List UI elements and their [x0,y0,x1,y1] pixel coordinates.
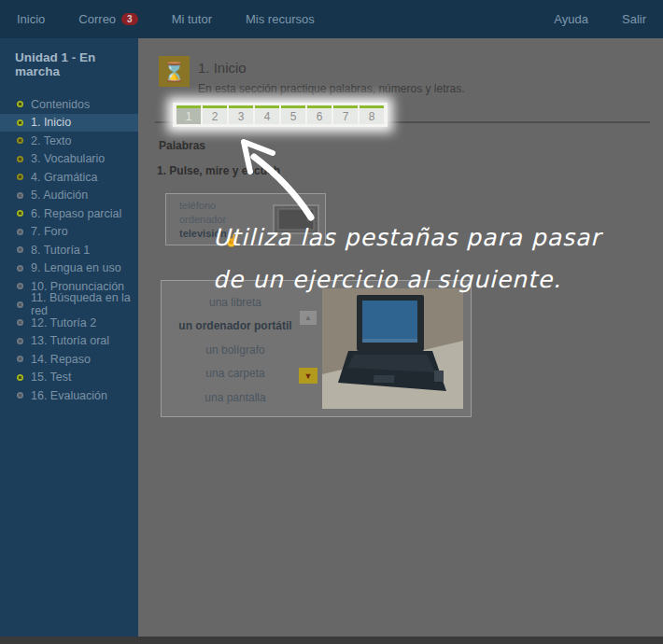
sidebar-item-texto[interactable]: 2. Texto [0,132,138,150]
exercise-tabstrip: 1 2 3 4 5 6 7 8 [173,103,388,127]
sidebar-item-test[interactable]: 15. Test [0,369,138,387]
tab-label: 5 [290,110,297,123]
option-label: una carpeta [205,367,264,380]
tab-4[interactable]: 4 [255,105,279,124]
sidebar-item-vocabulario[interactable]: 3. Vocabulario [0,150,138,169]
bottom-edge-strip [0,637,663,644]
status-bullet-icon [17,156,23,162]
nav-inicio-label: Inicio [17,12,45,26]
sidebar-item-label: 6. Repaso parcial [31,207,121,220]
tab-3[interactable]: 3 [229,105,253,124]
status-bullet-icon [17,392,23,399]
sidebar-item-label: Contenidos [31,98,90,111]
tutorial-text-line1: Utiliza las pestañas para pasar [213,224,601,251]
exercise-instruction: 1. Pulse, mire y escuch [157,164,280,177]
nav-right-group: Ayuda Salir [537,0,663,38]
option-un-boligrafo[interactable]: un bolígrafo [165,338,305,362]
nav-item-mi-tutor[interactable]: Mi tutor [155,0,229,38]
option-label: una libreta [209,296,261,309]
sidebar-item-label: 8. Tutoría 1 [31,244,90,257]
tab-7[interactable]: 7 [333,105,358,124]
nav-left-group: Inicio Correo 3 Mi tutor Mis recursos [0,0,332,38]
nav-item-inicio[interactable]: Inicio [0,0,62,38]
app-window: Inicio Correo 3 Mi tutor Mis recursos Ay… [0,0,663,644]
sidebar-item-label: 11. Búsqueda en la red [31,291,138,317]
status-bullet-icon [17,283,23,289]
sidebar-item-label: 3. Vocabulario [31,152,105,165]
answer-options-list: una libreta un ordenador portátil un bol… [165,290,305,410]
sidebar-item-label: 1. Inicio [31,116,71,129]
option-un-ordenador-portatil[interactable]: un ordenador portátil [165,315,305,339]
status-bullet-icon [17,338,23,344]
down-arrow-icon: ▼ [304,371,313,381]
tab-1[interactable]: 1 [176,105,201,124]
sidebar-item-gramatica[interactable]: 4. Gramática [0,168,138,187]
status-bullet-icon [17,374,23,381]
sidebar-item-busqueda-en-la-red[interactable]: 11. Búsqueda en la red [0,296,138,315]
status-bullet-icon [17,119,23,126]
word-telefono[interactable]: teléfono [179,200,227,211]
unit-title: Unidad 1 - En marcha [0,38,138,90]
scroll-up-button[interactable]: ▲ [300,311,317,325]
sidebar-item-label: 4. Gramática [31,171,98,184]
tab-label: 7 [343,110,349,123]
sidebar-item-label: 5. Audición [31,189,88,202]
tutorial-text-line2: de un ejercicio al siguiente. [213,266,561,293]
option-label: una pantalla [205,391,265,404]
status-bullet-icon [17,101,23,107]
sidebar-item-label: 14. Repaso [31,353,91,366]
sidebar-item-inicio[interactable]: 1. Inicio [0,114,138,133]
page-subtitle: En esta sección practique palabras, núme… [198,82,464,95]
tab-label: 1 [186,110,192,123]
sidebar-item-foro[interactable]: 7. Foro [0,223,138,242]
status-bullet-icon [17,301,23,308]
option-label: un bolígrafo [205,343,264,357]
sidebar-item-label: 15. Test [31,371,72,384]
laptop-photo [322,288,463,409]
tab-8[interactable]: 8 [360,105,384,124]
hourglass-icon: ⌛ [159,56,190,87]
option-una-pantalla[interactable]: una pantalla [165,385,305,410]
tab-label: 8 [369,110,375,123]
nav-item-mis-recursos[interactable]: Mis recursos [229,0,332,38]
section-label: Palabras [159,139,205,152]
option-label: un ordenador portátil [178,319,291,332]
sidebar-item-lengua-en-uso[interactable]: 9. Lengua en uso [0,259,138,278]
page-title: 1. Inicio [198,60,247,76]
nav-item-correo[interactable]: Correo 3 [62,0,154,38]
nav-mis-recursos-label: Mis recursos [246,12,315,26]
sidebar-item-tutoria-1[interactable]: 8. Tutoría 1 [0,241,138,259]
scroll-down-button[interactable]: ▼ [299,368,317,384]
nav-salir-label: Salir [622,12,646,26]
exercise-box: una libreta un ordenador portátil un bol… [161,280,472,417]
tab-label: 2 [212,110,219,123]
sidebar-item-evaluacion[interactable]: 16. Evaluación [0,386,138,405]
tab-label: 3 [238,110,245,123]
sidebar-item-label: 16. Evaluación [31,389,107,402]
tab-6[interactable]: 6 [307,105,332,124]
tab-2[interactable]: 2 [203,105,227,124]
tab-5[interactable]: 5 [281,105,305,124]
unit-section-list: Contenidos 1. Inicio 2. Texto 3. Vocabul… [0,90,138,405]
sidebar-item-label: 13. Tutoría oral [31,334,109,347]
sidebar-item-repaso[interactable]: 14. Repaso [0,350,138,369]
unit-sidebar: Unidad 1 - En marcha Contenidos 1. Inici… [0,38,138,637]
sidebar-item-repaso-parcial[interactable]: 6. Repaso parcial [0,204,138,223]
sidebar-item-contenidos[interactable]: Contenidos [0,95,138,114]
status-bullet-icon [17,265,23,272]
correo-unread-badge: 3 [121,13,138,25]
nav-correo-label: Correo [78,12,116,26]
status-bullet-icon [17,174,23,180]
sidebar-item-label: 7. Foro [31,225,68,238]
sidebar-item-audicion[interactable]: 5. Audición [0,187,138,205]
option-una-carpeta[interactable]: una carpeta [165,362,305,386]
svg-text:xxx: xxx [306,217,314,222]
sidebar-item-label: 12. Tutoría 2 [31,316,96,329]
tab-label: 4 [264,110,271,123]
sidebar-item-label: 9. Lengua en uso [31,261,121,274]
top-navigation-bar: Inicio Correo 3 Mi tutor Mis recursos Ay… [0,0,663,38]
sidebar-item-tutoria-oral[interactable]: 13. Tutoría oral [0,332,138,351]
nav-item-salir[interactable]: Salir [605,0,663,38]
nav-item-ayuda[interactable]: Ayuda [537,0,605,38]
option-una-libreta[interactable]: una libreta [165,290,305,315]
